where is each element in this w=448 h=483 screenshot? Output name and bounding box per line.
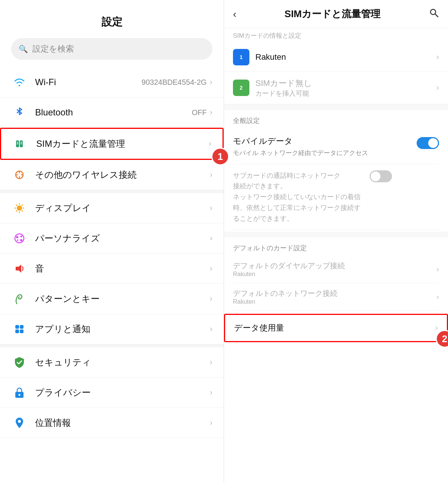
privacy-label: プライバシー: [35, 387, 210, 399]
sim1-icon: 1: [233, 49, 249, 65]
display-icon: [11, 200, 28, 216]
svg-line-28: [435, 14, 438, 17]
security-chevron: ›: [210, 357, 212, 367]
settings-item-personalize[interactable]: パーソナライズ ›: [0, 223, 224, 254]
step-badge-1: 1: [211, 148, 229, 165]
sim2-icon: 2: [233, 80, 249, 96]
back-button[interactable]: ‹: [233, 8, 236, 20]
svg-point-25: [19, 394, 21, 396]
security-label: セキュリティ: [35, 356, 210, 368]
right-search-icon[interactable]: [429, 7, 439, 21]
settings-item-sound[interactable]: 音 ›: [0, 254, 224, 284]
display-label: ディスプレイ: [35, 202, 210, 214]
step-badge-2: 2: [436, 330, 448, 348]
wifi-icon: [11, 74, 28, 90]
svg-line-13: [16, 210, 17, 211]
svg-rect-21: [20, 325, 24, 329]
section-divider-2: [224, 232, 448, 238]
settings-item-security[interactable]: セキュリティ ›: [0, 347, 224, 378]
settings-item-bluetooth[interactable]: Bluetooth OFF ›: [0, 97, 224, 128]
network-chevron: ›: [436, 292, 439, 301]
wireless-icon: [11, 167, 28, 183]
personalize-icon: [11, 230, 28, 247]
right-panel-header: ‹ SIMカードと流量管理: [224, 0, 448, 28]
svg-point-16: [21, 236, 22, 238]
location-label: 位置情報: [35, 417, 210, 429]
wireless-chevron: ›: [210, 170, 212, 180]
svg-point-15: [16, 236, 18, 238]
settings-item-wifi[interactable]: Wi-Fi 90324BDE4554-2G ›: [0, 67, 224, 97]
pattern-label: パターンとキー: [35, 293, 210, 305]
privacy-icon: [11, 384, 28, 401]
settings-item-display[interactable]: ディスプレイ ›: [0, 193, 224, 223]
general-settings-title: 全般設定: [233, 116, 439, 125]
sim2-label: SIMカード無し カードを挿入可能: [255, 78, 436, 98]
sim-label: SIMカードと流量管理: [36, 138, 209, 150]
sound-icon: [11, 260, 28, 277]
left-panel: 設定 🔍 設定を検索 Wi-Fi 90324BDE4554-2G ›: [0, 0, 224, 483]
default-card-section-title: デフォルトのカード設定: [233, 244, 439, 253]
svg-point-5: [17, 205, 22, 211]
general-settings-section: 全般設定 モバイルデータ モバイル ネットワーク経由でデータにアクセス サブカー…: [224, 110, 448, 232]
divider-2: [0, 344, 224, 347]
settings-item-sim[interactable]: SIMカードと流量管理 › 1: [0, 128, 224, 160]
default-network-item[interactable]: デフォルトのネットワーク接続 Rakuten ›: [233, 283, 439, 311]
dc-network-text: デフォルトのネットワーク接続 Rakuten: [233, 288, 436, 305]
data-usage-chevron: ›: [435, 323, 438, 333]
subcard-text: サブカードの通話時にネットワーク 接続ができます。 ネットワーク接続していないカ…: [233, 170, 361, 224]
dc-dialup-text: デフォルトのダイヤルアップ接続 Rakuten: [233, 261, 436, 278]
settings-item-pattern[interactable]: パターンとキー ›: [0, 284, 224, 314]
subcard-toggle[interactable]: [370, 170, 392, 182]
svg-marker-19: [16, 264, 21, 273]
security-icon: [11, 354, 28, 371]
mobile-data-row: モバイルデータ モバイル ネットワーク経由でデータにアクセス: [233, 130, 439, 164]
personalize-chevron: ›: [210, 233, 212, 243]
data-usage-row[interactable]: データ使用量 › 2: [224, 314, 448, 342]
bluetooth-label: Bluetooth: [35, 107, 192, 118]
subcard-row: サブカードの通話時にネットワーク 接続ができます。 ネットワーク接続していないカ…: [233, 164, 439, 230]
svg-point-14: [15, 234, 24, 243]
sim1-chevron: ›: [436, 52, 439, 62]
sim1-item[interactable]: 1 Rakuten ›: [224, 43, 448, 72]
settings-item-app[interactable]: アプリと通知 ›: [0, 314, 224, 344]
svg-line-11: [22, 210, 23, 211]
app-chevron: ›: [210, 324, 212, 334]
divider-1: [0, 190, 224, 193]
location-icon: [11, 415, 28, 431]
sim1-label: Rakuten: [255, 52, 436, 62]
sim2-item[interactable]: 2 SIMカード無し カードを挿入可能 ›: [224, 72, 448, 104]
wifi-chevron: ›: [210, 77, 212, 87]
settings-item-location[interactable]: 位置情報 ›: [0, 408, 224, 438]
search-input-placeholder: 設定を検索: [32, 43, 74, 55]
search-bar[interactable]: 🔍 設定を検索: [11, 38, 212, 60]
right-panel-title: SIMカードと流量管理: [242, 7, 423, 21]
wifi-value: 90324BDE4554-2G: [141, 78, 207, 87]
bluetooth-value: OFF: [192, 108, 207, 117]
section-divider-1: [224, 104, 448, 110]
default-dialup-item[interactable]: デフォルトのダイヤルアップ接続 Rakuten ›: [233, 256, 439, 283]
pattern-chevron: ›: [210, 294, 212, 304]
svg-line-12: [22, 205, 23, 206]
wifi-label: Wi-Fi: [35, 77, 141, 87]
svg-line-10: [16, 205, 17, 206]
app-label: アプリと通知: [35, 323, 210, 335]
left-panel-title: 設定: [0, 7, 224, 38]
personalize-label: パーソナライズ: [35, 232, 210, 244]
sound-chevron: ›: [210, 264, 212, 273]
sim-chevron: ›: [209, 139, 211, 149]
default-card-section: デフォルトのカード設定 デフォルトのダイヤルアップ接続 Rakuten › デフ…: [224, 238, 448, 311]
svg-rect-22: [15, 329, 19, 333]
mobile-data-toggle[interactable]: [417, 137, 439, 149]
bluetooth-chevron: ›: [210, 108, 212, 117]
settings-list-network: Wi-Fi 90324BDE4554-2G › Bluetooth OFF ›: [0, 67, 224, 190]
app-icon: [11, 321, 28, 337]
sound-label: 音: [35, 263, 210, 275]
settings-item-privacy[interactable]: プライバシー ›: [0, 378, 224, 408]
data-usage-label: データ使用量: [234, 322, 435, 334]
settings-list-security: セキュリティ › プライバシー › 位置情報: [0, 347, 224, 438]
dialup-chevron: ›: [436, 265, 439, 273]
right-panel: ‹ SIMカードと流量管理 SIMカードの情報と設定 1 Rakuten › 2…: [224, 0, 448, 483]
location-chevron: ›: [210, 418, 212, 428]
settings-item-wireless[interactable]: その他のワイヤレス接続 ›: [0, 160, 224, 190]
svg-point-18: [17, 239, 18, 241]
